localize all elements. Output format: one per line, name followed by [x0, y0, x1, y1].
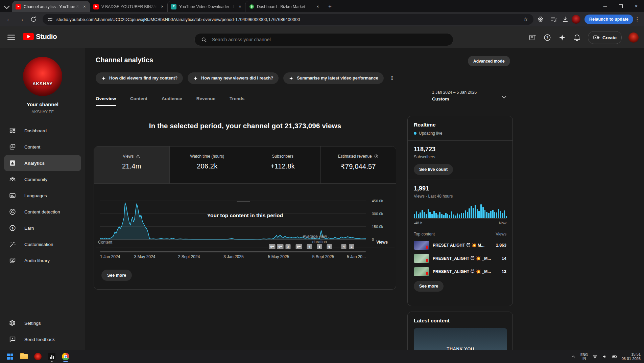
- language-indicator[interactable]: ENG IN: [580, 353, 588, 360]
- browser-tab[interactable]: YouTube Video Downloader - D✕: [168, 1, 245, 12]
- tray-chevron-up-icon[interactable]: [571, 354, 576, 359]
- sidebar-item-dashboard[interactable]: Dashboard: [0, 122, 85, 139]
- feedback-doc-icon[interactable]: [528, 33, 536, 42]
- warning-icon: [136, 154, 140, 159]
- minimize-button[interactable]: —: [597, 0, 613, 12]
- address-bar[interactable]: studio.youtube.com/channel/UCC2DCqsuwxjB…: [43, 14, 533, 25]
- tab-close-icon[interactable]: ✕: [160, 4, 165, 9]
- close-button[interactable]: ✕: [628, 0, 644, 12]
- notifications-bell-icon[interactable]: [573, 33, 581, 42]
- channel-avatar[interactable]: AKSHAY: [23, 57, 62, 96]
- metric-views[interactable]: Views21.4m: [94, 146, 170, 183]
- window-controls: — ✕: [597, 0, 644, 12]
- tab-overview[interactable]: Overview: [96, 96, 116, 106]
- url-text[interactable]: studio.youtube.com/channel/UCC2DCqsuwxjB…: [56, 17, 519, 22]
- pinned-app-red-icon[interactable]: [32, 351, 43, 362]
- channel-search-box[interactable]: Search across your channel: [194, 33, 453, 46]
- relaunch-to-update-button[interactable]: Relaunch to update: [585, 15, 633, 24]
- sidebar-item-customisation[interactable]: Customisation: [0, 236, 85, 252]
- hamburger-menu-icon[interactable]: [6, 32, 16, 42]
- start-button[interactable]: [5, 351, 16, 362]
- realtime-bar: [451, 211, 452, 218]
- column-avg-view-duration[interactable]: Average view duration: [290, 234, 327, 245]
- tab-close-icon[interactable]: ✕: [82, 4, 87, 9]
- pinned-app-analytics-icon[interactable]: [46, 351, 57, 362]
- forward-button[interactable]: →: [16, 14, 27, 25]
- sidebar-item-audio-library[interactable]: Audio library: [0, 252, 85, 269]
- browser-tab[interactable]: Channel analytics - YouTube St✕: [12, 1, 90, 12]
- file-explorer-icon[interactable]: [19, 351, 29, 362]
- browser-menu-icon[interactable]: ⋮: [634, 14, 641, 24]
- tab-trends[interactable]: Trends: [230, 96, 244, 106]
- create-button[interactable]: Create: [588, 31, 622, 44]
- column-views[interactable]: Views: [376, 240, 388, 245]
- realtime-see-more-button[interactable]: See more: [414, 281, 444, 292]
- x-axis-tick: 3 May 2024: [134, 254, 156, 259]
- top-content-row[interactable]: PRESENT_ALIGHT 😈 💥 _M...14: [414, 254, 506, 263]
- chart-timeline-scrubber[interactable]: [100, 251, 366, 252]
- reload-button[interactable]: [30, 16, 37, 23]
- studio-logo[interactable]: Studio: [23, 32, 57, 41]
- sidebar-item-settings[interactable]: Settings: [0, 315, 85, 331]
- media-controls-icon[interactable]: [550, 16, 557, 23]
- bookmark-star-icon[interactable]: ☆: [523, 16, 529, 22]
- sidebar-item-label: Customisation: [24, 242, 53, 247]
- chips-overflow-menu-icon[interactable]: ⋮: [388, 74, 396, 82]
- browser-profile-avatar[interactable]: [572, 15, 580, 24]
- audio-library-icon: [9, 257, 16, 264]
- chart-see-more-button[interactable]: See more: [101, 270, 132, 281]
- top-content-title: Your top content in this period: [96, 212, 395, 219]
- section-drag-handle[interactable]: [237, 201, 250, 202]
- tab-content[interactable]: Content: [130, 96, 147, 106]
- ai-chip[interactable]: Summarise my latest video performance: [283, 72, 383, 84]
- browser-tab[interactable]: V BADGE YOUTUBER BINZAID (✕: [90, 1, 168, 12]
- tab-audience[interactable]: Audience: [162, 96, 182, 106]
- youtube-favicon: [16, 4, 21, 9]
- new-tab-button[interactable]: +: [325, 2, 335, 11]
- sidebar-item-community[interactable]: Community: [0, 171, 85, 187]
- downloads-icon[interactable]: [562, 16, 569, 23]
- chrome-taskbar-icon[interactable]: [60, 351, 71, 362]
- wifi-icon[interactable]: [592, 354, 598, 359]
- realtime-bar: [426, 214, 427, 218]
- metric-estimated-revenue[interactable]: Estimated revenue₹79,044.57: [321, 146, 396, 183]
- tab-close-icon[interactable]: ✕: [315, 4, 320, 9]
- ai-chip[interactable]: How did viewers find my content?: [96, 72, 183, 84]
- help-icon[interactable]: ?: [543, 33, 551, 42]
- sidebar-item-analytics[interactable]: Analytics: [4, 155, 81, 171]
- top-content-row[interactable]: PRESET ALIGHT 😈 💥 M...1,863: [414, 241, 506, 250]
- extensions-icon[interactable]: [537, 16, 544, 23]
- sidebar-item-languages[interactable]: Languages: [0, 187, 85, 204]
- date-chevron-down-icon[interactable]: [500, 93, 508, 101]
- site-info-icon[interactable]: [47, 17, 53, 22]
- advanced-mode-button[interactable]: Advanced mode: [468, 56, 510, 66]
- taskbar-clock[interactable]: 15:51 06-01-2026: [622, 352, 641, 361]
- realtime-bar-chart[interactable]: [414, 203, 506, 219]
- sidebar-item-send-feedback[interactable]: Send feedback: [0, 331, 85, 347]
- ai-chip[interactable]: How many new viewers did I reach?: [188, 72, 279, 84]
- browser-tab[interactable]: Dashboard - Bizkro Market✕: [245, 1, 323, 12]
- metric-label-text: Estimated revenue: [338, 154, 372, 159]
- ai-sparkle-icon[interactable]: [558, 33, 566, 42]
- see-live-count-button[interactable]: See live count: [414, 164, 453, 175]
- metric-watch-time-hours-[interactable]: Watch time (hours)206.2k: [170, 146, 245, 183]
- latest-video-thumbnail[interactable]: THANK YOUALL MYYOUTUBE FAMILY: [414, 328, 507, 350]
- date-range-picker[interactable]: 1 Jan 2024 – 5 Jan 2026 Custom: [432, 90, 477, 101]
- tab-close-icon[interactable]: ✕: [237, 4, 243, 9]
- maximize-button[interactable]: [613, 0, 628, 12]
- tab-revenue[interactable]: Revenue: [196, 96, 215, 106]
- realtime-bar: [492, 210, 494, 218]
- tab-search-icon[interactable]: [1, 2, 12, 12]
- battery-icon[interactable]: [612, 354, 617, 359]
- back-button[interactable]: ←: [3, 14, 15, 25]
- studio-profile-avatar[interactable]: [628, 32, 639, 43]
- sidebar-item-earn[interactable]: $Earn: [0, 220, 85, 236]
- top-content-row[interactable]: PRESENT_ALIGHT 😈 💥 _M...13: [414, 267, 506, 276]
- sidebar-item-content[interactable]: Content: [0, 139, 85, 155]
- metric-subscribers[interactable]: Subscribers+112.8k: [245, 146, 321, 183]
- sidebar-item-content-detection[interactable]: Content detection: [0, 204, 85, 220]
- top-content-header-row: Top content Views: [414, 232, 506, 236]
- sparkle-icon: [289, 76, 294, 81]
- volume-icon[interactable]: [602, 354, 607, 359]
- views-headline: In the selected period, your channel got…: [96, 122, 395, 130]
